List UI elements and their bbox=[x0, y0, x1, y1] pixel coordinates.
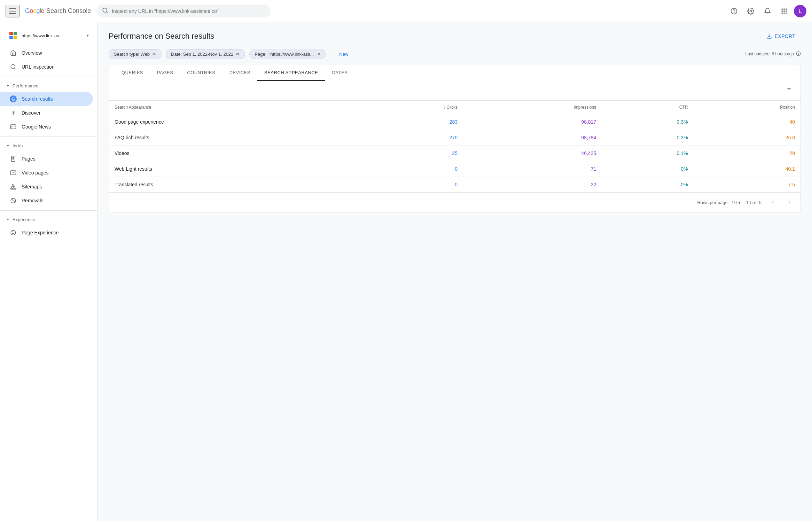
tab-dates[interactable]: DATES bbox=[325, 65, 354, 81]
sidebar-item-search-results[interactable]: G Search results bbox=[0, 92, 93, 106]
sitemaps-icon bbox=[10, 183, 17, 190]
new-filter-label: New bbox=[339, 52, 348, 57]
th-impressions[interactable]: Impressions bbox=[463, 101, 602, 114]
table-row: Web Light results 0 71 0% 40.1 bbox=[109, 161, 801, 177]
svg-rect-11 bbox=[782, 13, 783, 14]
table-wrapper: Search Appearance ↓ Clicks Impressions C… bbox=[109, 101, 801, 192]
cell-position-4: 7.5 bbox=[693, 177, 801, 193]
cell-ctr-0: 0.3% bbox=[602, 114, 693, 130]
cell-impressions-1: 98,784 bbox=[463, 130, 602, 146]
sidebar-item-url-inspection[interactable]: URL inspection bbox=[0, 60, 93, 74]
cell-position-1: 26.8 bbox=[693, 130, 801, 146]
sidebar-item-google-news[interactable]: Google News bbox=[0, 120, 93, 134]
app-body: https://www.link-as... ▾ Overview URL in… bbox=[0, 22, 812, 521]
svg-rect-9 bbox=[783, 10, 784, 11]
page-title: Performance on Search results bbox=[109, 32, 214, 41]
export-label: EXPORT bbox=[775, 33, 795, 39]
svg-rect-10 bbox=[786, 10, 787, 11]
page-filter[interactable]: Page: +https://www.link-ass... × bbox=[249, 49, 325, 59]
google-logo: Google bbox=[25, 7, 44, 15]
index-section-header[interactable]: ▾ Index bbox=[0, 140, 97, 152]
rows-per-page-select[interactable]: 10 ▾ bbox=[732, 200, 740, 205]
svg-line-1 bbox=[107, 11, 108, 13]
experience-section-label: Experience bbox=[13, 217, 35, 222]
property-icon bbox=[8, 31, 18, 40]
sidebar-item-discover[interactable]: ✳ Discover bbox=[0, 106, 93, 120]
date-range-filter[interactable]: Date: Sep 1, 2022-Nov 1, 2022 ✏ bbox=[166, 49, 245, 59]
news-icon bbox=[10, 123, 17, 130]
export-button[interactable]: EXPORT bbox=[761, 31, 801, 42]
cell-clicks-3: 0 bbox=[358, 161, 463, 177]
table-row: FAQ rich results 270 98,784 0.3% 26.8 bbox=[109, 130, 801, 146]
svg-rect-28 bbox=[14, 188, 16, 189]
page-filter-label: Page: +https://www.link-ass... bbox=[255, 52, 314, 57]
date-range-edit-icon: ✏ bbox=[236, 52, 240, 57]
sidebar-item-overview[interactable]: Overview bbox=[0, 46, 93, 60]
th-search-appearance: Search Appearance bbox=[109, 101, 358, 114]
new-filter-button[interactable]: + New bbox=[330, 49, 353, 59]
cell-clicks-4: 0 bbox=[358, 177, 463, 193]
cell-ctr-1: 0.3% bbox=[602, 130, 693, 146]
svg-rect-16 bbox=[11, 125, 16, 129]
svg-point-4 bbox=[750, 10, 752, 12]
tab-pages[interactable]: PAGES bbox=[150, 65, 180, 81]
experience-section-header[interactable]: ▾ Experience bbox=[0, 213, 97, 226]
svg-rect-25 bbox=[13, 184, 14, 185]
search-icon bbox=[102, 7, 108, 15]
tab-countries[interactable]: COUNTRIES bbox=[180, 65, 222, 81]
tab-queries[interactable]: QUERIES bbox=[115, 65, 150, 81]
sidebar-item-removals[interactable]: Removals bbox=[0, 194, 93, 208]
apps-button[interactable] bbox=[777, 4, 791, 18]
hamburger-menu[interactable] bbox=[6, 5, 19, 17]
page-info: 1-5 of 5 bbox=[746, 200, 762, 205]
main-content: Performance on Search results EXPORT Sea… bbox=[97, 22, 812, 521]
experience-chevron: ▾ bbox=[7, 217, 9, 222]
property-selector[interactable]: https://www.link-as... ▾ bbox=[3, 26, 94, 45]
data-table: Search Appearance ↓ Clicks Impressions C… bbox=[109, 101, 801, 192]
sidebar-item-sitemaps[interactable]: Sitemaps bbox=[0, 180, 93, 194]
search-input[interactable] bbox=[112, 8, 265, 14]
discover-icon: ✳ bbox=[10, 109, 17, 116]
table-body: Good page experience 283 98,017 0.3% 40 … bbox=[109, 114, 801, 193]
cell-search-appearance-3: Web Light results bbox=[109, 161, 358, 177]
date-range-label: Date: Sep 1, 2022-Nov 1, 2022 bbox=[171, 52, 233, 57]
sidebar-item-pages[interactable]: Pages bbox=[0, 152, 93, 166]
cell-clicks-2: 25 bbox=[358, 146, 463, 161]
tab-devices[interactable]: DEVICES bbox=[222, 65, 257, 81]
app-brand: Google Search Console bbox=[25, 7, 91, 15]
cell-search-appearance-4: Translated results bbox=[109, 177, 358, 193]
tab-search-appearance[interactable]: SEARCH APPEARANCE bbox=[257, 65, 325, 81]
sidebar-item-video-pages[interactable]: Video pages bbox=[0, 166, 93, 180]
prev-page-button[interactable] bbox=[767, 197, 778, 208]
next-page-button[interactable] bbox=[784, 197, 795, 208]
svg-rect-6 bbox=[783, 8, 784, 9]
sidebar-item-page-experience[interactable]: Page Experience bbox=[0, 226, 93, 240]
avatar[interactable]: L bbox=[794, 5, 806, 17]
search-bar[interactable] bbox=[96, 5, 271, 17]
th-ctr[interactable]: CTR bbox=[602, 101, 693, 114]
th-clicks[interactable]: ↓ Clicks bbox=[358, 101, 463, 114]
help-button[interactable] bbox=[727, 4, 741, 18]
th-position[interactable]: Position bbox=[693, 101, 801, 114]
svg-rect-5 bbox=[782, 8, 783, 9]
sidebar-divider-3 bbox=[0, 210, 97, 211]
index-section-label: Index bbox=[13, 143, 24, 148]
cell-ctr-2: 0.1% bbox=[602, 146, 693, 161]
cell-position-0: 40 bbox=[693, 114, 801, 130]
new-filter-icon: + bbox=[335, 52, 337, 57]
table-filter-button[interactable] bbox=[783, 85, 795, 96]
rows-per-page: Rows per page: 10 ▾ bbox=[697, 200, 741, 205]
settings-button[interactable] bbox=[744, 4, 758, 18]
performance-section-header[interactable]: ▾ Performance bbox=[0, 80, 97, 92]
table-row: Videos 25 46,425 0.1% 29 bbox=[109, 146, 801, 161]
sidebar-item-video-pages-label: Video pages bbox=[22, 170, 49, 176]
page-filter-close-icon[interactable]: × bbox=[317, 51, 320, 57]
cell-impressions-4: 22 bbox=[463, 177, 602, 193]
search-type-edit-icon: ✏ bbox=[153, 52, 156, 57]
table-toolbar bbox=[109, 81, 801, 101]
search-type-filter[interactable]: Search type: Web ✏ bbox=[109, 49, 162, 59]
notifications-button[interactable] bbox=[760, 4, 774, 18]
sidebar-item-discover-label: Discover bbox=[22, 110, 40, 116]
property-url: https://www.link-as... bbox=[22, 33, 83, 38]
cell-search-appearance-0: Good page experience bbox=[109, 114, 358, 130]
